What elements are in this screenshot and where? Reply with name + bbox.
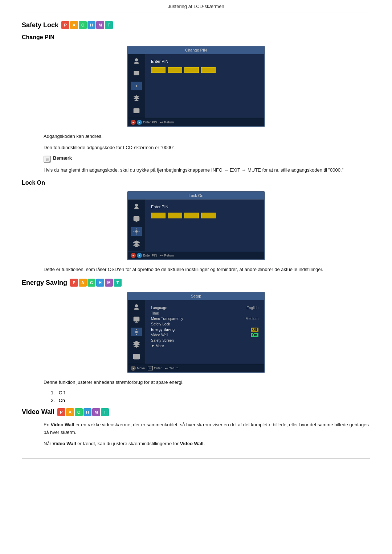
pin-boxes [151, 67, 258, 73]
vw-badge-m: M [92, 408, 100, 416]
pin-box-3 [184, 67, 199, 73]
osd-menu-row-video-wall: Video WallOn [151, 332, 258, 338]
osd-icon-5 [131, 106, 142, 115]
lock-on-osd-title: Lock On [128, 192, 264, 200]
energy-saving-osd-footer: ▲ Move ⏎ Enter ↩ Return [128, 364, 264, 372]
lock-on-osd-sidebar [128, 200, 145, 251]
energy-saving-heading: Energy Saving P A C H M T [22, 279, 370, 287]
lock-on-pin-box-2 [168, 213, 182, 218]
energy-saving-osd-title: Setup [128, 292, 264, 300]
badge-a: A [70, 21, 78, 29]
osd-menu-row-time: Time [151, 311, 258, 316]
change-pin-desc2: Den forudindstillede adgangskode for LCD… [44, 144, 370, 152]
osd-menu-row-language: Language: English [151, 305, 258, 311]
badge-h: H [87, 21, 95, 29]
energy-icon-2 [131, 315, 142, 324]
energy-item-1: 1. Off [51, 390, 370, 395]
energy-btn-gray: ▲ [131, 366, 136, 371]
btn-blue-1: ● [137, 120, 142, 125]
change-pin-osd: Change PIN [22, 46, 370, 127]
vw-badge-c: C [75, 408, 83, 416]
lock-on-icon-4 [131, 239, 142, 248]
osd-sidebar [128, 54, 145, 118]
video-wall-desc2: Når Video Wall er tændt, kan du justere … [44, 440, 370, 448]
btn-red-1: ● [131, 120, 136, 125]
change-pin-desc1: Adgangskoden kan ændres. [44, 133, 370, 140]
energy-return-icon: ↩ [165, 366, 168, 370]
energy-footer-return: ↩ Return [165, 366, 179, 370]
pin-box-1 [151, 67, 166, 73]
lock-on-icon-2 [131, 215, 142, 223]
change-pin-heading: Change PIN [22, 34, 370, 41]
energy-badge-p: P [70, 279, 78, 287]
energy-badge-a: A [79, 279, 87, 287]
page-title: Justering af LCD-skærmen [22, 0, 370, 12]
badge-group-video-wall: P A C H M T [57, 408, 109, 416]
svg-point-5 [136, 231, 138, 233]
energy-badge-t: T [114, 279, 122, 287]
vw-badge-t: T [101, 408, 109, 416]
energy-saving-osd-sidebar [128, 300, 145, 364]
badge-group-safety-lock: P A C H M T [61, 21, 113, 29]
pin-box-4 [201, 67, 216, 73]
lock-on-desc: Dette er funktionen, som låser OSD'en fo… [44, 266, 370, 274]
osd-menu-row-menu-transparency: Menu Transparency: Medium [151, 316, 258, 321]
energy-saving-osd: Setup [22, 292, 370, 373]
lock-on-enter-pin-label: Enter PIN [151, 205, 258, 209]
osd-menu-row-safety-screen: Safety Screen [151, 338, 258, 343]
note-text: Hvis du har glemt din adgangskode, skal … [44, 167, 370, 174]
lock-on-btn-red: ● [131, 253, 136, 258]
energy-icon-4 [131, 340, 142, 349]
video-wall-desc1: En Video Wall er en række videoskærme, d… [44, 421, 370, 436]
badge-group-energy-saving: P A C H M T [70, 279, 122, 287]
badge-c: C [79, 21, 87, 29]
note-icon [44, 156, 51, 163]
enter-pin-label: Enter PIN [151, 59, 258, 63]
lock-on-footer-enter-pin: ● ● Enter PIN [131, 253, 157, 258]
energy-badge-m: M [105, 279, 113, 287]
vw-badge-p: P [57, 408, 65, 416]
osd-icon-4 [131, 94, 142, 103]
energy-saving-desc: Denne funktion justerer enhedens strømfo… [44, 379, 370, 386]
lock-on-pin-boxes [151, 213, 258, 218]
vw-badge-h: H [83, 408, 91, 416]
vw-badge-a: A [66, 408, 74, 416]
footer-btn-enter-pin: ● ● Enter PIN [131, 120, 157, 125]
osd-icon-2 [131, 69, 142, 78]
energy-badge-c: C [87, 279, 95, 287]
energy-item-2: 2. On [51, 398, 370, 403]
note-block: Bemærk [44, 155, 370, 163]
svg-point-1 [136, 85, 138, 87]
lock-on-pin-box-4 [201, 213, 216, 218]
osd-menu-row-energy-saving: Energy SavingOff [151, 327, 258, 332]
return-icon: ↩ [160, 120, 163, 124]
energy-badge-h: H [96, 279, 104, 287]
energy-saving-list: 1. Off 2. On [51, 390, 370, 403]
lock-on-heading: Lock On [22, 180, 370, 186]
lock-on-icon-1 [131, 202, 142, 211]
osd-icon-1 [131, 57, 142, 66]
svg-rect-8 [134, 354, 140, 359]
energy-saving-menu: Language: EnglishTimeMenu Transparency: … [151, 305, 258, 349]
lock-on-btn-blue: ● [137, 253, 142, 258]
svg-rect-4 [134, 217, 139, 221]
svg-point-7 [136, 331, 138, 333]
enter-key-icon: ⏎ [148, 366, 153, 370]
note-label: Bemærk [53, 155, 72, 161]
lock-on-pin-box-3 [184, 213, 199, 218]
lock-on-osd-content: Enter PIN [145, 200, 264, 251]
bottom-border [22, 458, 370, 459]
energy-icon-1 [131, 303, 142, 312]
osd-menu-row-safety-lock: Safety Lock [151, 321, 258, 327]
change-pin-osd-footer: ● ● Enter PIN ↩ Return [128, 118, 264, 126]
osd-icon-3-selected [131, 82, 142, 90]
lock-on-return-icon: ↩ [160, 254, 163, 258]
safety-lock-heading: Safety Lock P A C H M T [22, 21, 370, 29]
energy-footer-move: ▲ Move [131, 366, 145, 371]
change-pin-osd-content: Enter PIN [145, 54, 264, 118]
osd-menu-row-▼-more: ▼ More [151, 343, 258, 349]
svg-rect-6 [134, 317, 139, 321]
energy-footer-enter: ⏎ Enter [148, 366, 162, 370]
lock-on-pin-box-1 [151, 213, 166, 218]
energy-saving-osd-content: Language: EnglishTimeMenu Transparency: … [145, 300, 264, 364]
